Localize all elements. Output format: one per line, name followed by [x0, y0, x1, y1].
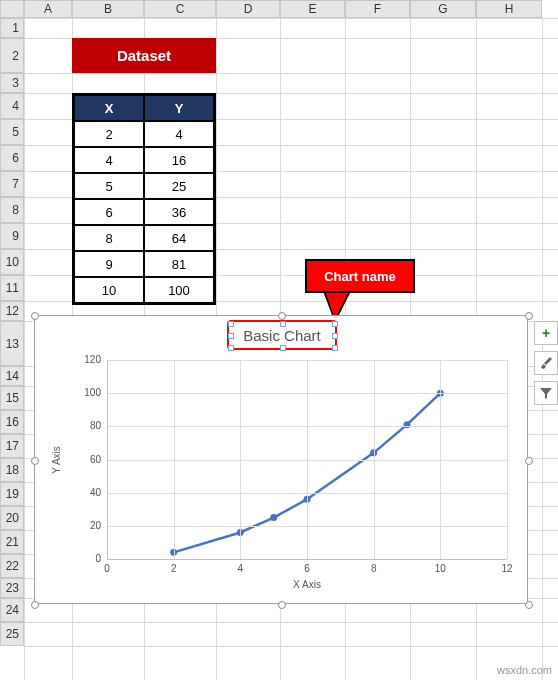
y-tick-label: 80 — [75, 420, 101, 431]
watermark-text: wsxdn.com — [497, 664, 552, 676]
y-tick-label: 0 — [75, 553, 101, 564]
x-tick-label: 2 — [164, 563, 184, 574]
row-header-10[interactable]: 10 — [0, 249, 24, 275]
title-handle[interactable] — [332, 333, 338, 339]
table-cell[interactable]: 10 — [74, 277, 144, 303]
y-axis-title: Y Axis — [51, 430, 62, 490]
chart-title[interactable]: Basic Chart — [231, 324, 333, 346]
selection-handle[interactable] — [31, 312, 39, 320]
column-header-F[interactable]: F — [345, 0, 410, 18]
column-header-B[interactable]: B — [72, 0, 144, 18]
table-cell[interactable]: 64 — [144, 225, 214, 251]
title-handle[interactable] — [228, 333, 234, 339]
selection-handle[interactable] — [31, 601, 39, 609]
chart-elements-button[interactable]: + — [534, 321, 558, 345]
row-header-24[interactable]: 24 — [0, 598, 24, 622]
x-axis-title-text: X Axis — [293, 579, 321, 590]
y-tick-label: 40 — [75, 487, 101, 498]
row-header-4[interactable]: 4 — [0, 93, 24, 119]
row-header-12[interactable]: 12 — [0, 301, 24, 321]
chart-name-callout: Chart name — [305, 259, 415, 293]
chart-object[interactable]: Basic Chart Y Axis X Axis 02468101202040… — [34, 315, 528, 604]
row-header-17[interactable]: 17 — [0, 434, 24, 458]
data-table: XY2441652563686498110100 — [72, 93, 216, 305]
row-header-9[interactable]: 9 — [0, 223, 24, 249]
x-axis-title: X Axis — [277, 579, 337, 590]
chart-title-selection-box[interactable]: Basic Chart — [227, 320, 337, 350]
chart-title-text: Basic Chart — [243, 327, 321, 344]
table-cell[interactable]: 9 — [74, 251, 144, 277]
y-tick-label: 120 — [75, 354, 101, 365]
column-header-G[interactable]: G — [410, 0, 476, 18]
selection-handle[interactable] — [278, 601, 286, 609]
select-all-corner[interactable] — [0, 0, 24, 18]
y-tick-label: 60 — [75, 454, 101, 465]
title-handle[interactable] — [228, 345, 234, 351]
row-header-23[interactable]: 23 — [0, 578, 24, 598]
spreadsheet: ABCDEFGH 1234567891011121314151617181920… — [0, 0, 558, 680]
x-tick-label: 0 — [97, 563, 117, 574]
x-tick-label: 4 — [230, 563, 250, 574]
brush-icon — [539, 356, 553, 370]
title-handle[interactable] — [332, 345, 338, 351]
dataset-banner: Dataset — [72, 38, 216, 73]
table-cell[interactable]: 16 — [144, 147, 214, 173]
table-cell[interactable]: 5 — [74, 173, 144, 199]
title-handle[interactable] — [228, 321, 234, 327]
selection-handle[interactable] — [31, 457, 39, 465]
x-tick-label: 10 — [430, 563, 450, 574]
title-handle[interactable] — [280, 345, 286, 351]
row-header-20[interactable]: 20 — [0, 506, 24, 530]
row-header-7[interactable]: 7 — [0, 171, 24, 197]
selection-handle[interactable] — [525, 601, 533, 609]
row-header-3[interactable]: 3 — [0, 73, 24, 93]
chart-styles-button[interactable] — [534, 351, 558, 375]
row-header-1[interactable]: 1 — [0, 18, 24, 38]
column-header-A[interactable]: A — [24, 0, 72, 18]
selection-handle[interactable] — [525, 312, 533, 320]
y-tick-label: 20 — [75, 520, 101, 531]
row-header-15[interactable]: 15 — [0, 386, 24, 410]
column-header-E[interactable]: E — [280, 0, 345, 18]
row-header-5[interactable]: 5 — [0, 119, 24, 145]
table-cell[interactable]: 81 — [144, 251, 214, 277]
selection-handle[interactable] — [278, 312, 286, 320]
y-axis-title-text: Y Axis — [51, 446, 62, 474]
table-cell[interactable]: 2 — [74, 121, 144, 147]
x-tick-label: 6 — [297, 563, 317, 574]
row-header-22[interactable]: 22 — [0, 554, 24, 578]
table-cell[interactable]: 6 — [74, 199, 144, 225]
table-cell[interactable]: 100 — [144, 277, 214, 303]
table-header-y[interactable]: Y — [144, 95, 214, 121]
row-header-8[interactable]: 8 — [0, 197, 24, 223]
table-cell[interactable]: 36 — [144, 199, 214, 225]
title-handle[interactable] — [332, 321, 338, 327]
plus-icon: + — [542, 325, 550, 341]
column-header-C[interactable]: C — [144, 0, 216, 18]
selection-handle[interactable] — [525, 457, 533, 465]
chart-filters-button[interactable] — [534, 381, 558, 405]
column-header-D[interactable]: D — [216, 0, 280, 18]
funnel-icon — [539, 386, 553, 400]
row-header-6[interactable]: 6 — [0, 145, 24, 171]
row-header-2[interactable]: 2 — [0, 38, 24, 73]
row-header-25[interactable]: 25 — [0, 622, 24, 646]
table-cell[interactable]: 4 — [144, 121, 214, 147]
table-cell[interactable]: 4 — [74, 147, 144, 173]
table-cell[interactable]: 8 — [74, 225, 144, 251]
row-header-19[interactable]: 19 — [0, 482, 24, 506]
x-tick-label: 8 — [364, 563, 384, 574]
y-tick-label: 100 — [75, 387, 101, 398]
table-header-x[interactable]: X — [74, 95, 144, 121]
plot-area — [107, 360, 507, 559]
row-header-21[interactable]: 21 — [0, 530, 24, 554]
row-header-14[interactable]: 14 — [0, 366, 24, 386]
row-header-11[interactable]: 11 — [0, 275, 24, 301]
row-header-18[interactable]: 18 — [0, 458, 24, 482]
row-header-16[interactable]: 16 — [0, 410, 24, 434]
table-cell[interactable]: 25 — [144, 173, 214, 199]
column-header-H[interactable]: H — [476, 0, 542, 18]
row-header-13[interactable]: 13 — [0, 321, 24, 366]
chart-marker[interactable] — [270, 514, 277, 521]
title-handle[interactable] — [280, 321, 286, 327]
